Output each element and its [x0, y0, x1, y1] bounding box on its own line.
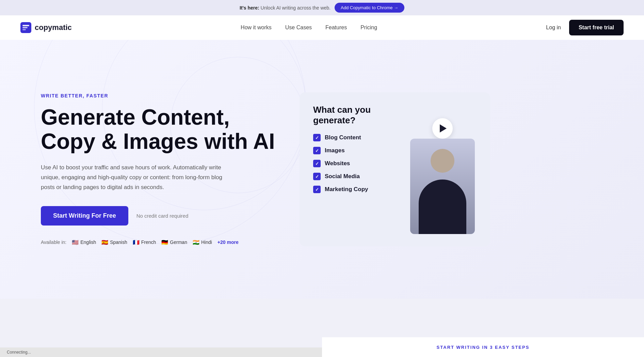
lang-spanish: 🇪🇸 Spanish [101, 239, 127, 246]
hero-section: WRITE BETTER, FASTER Generate Content, C… [0, 40, 644, 299]
flag-english: 🇺🇸 [72, 239, 79, 246]
lang-english: 🇺🇸 English [72, 239, 96, 246]
check-icon-marketing: ✓ [313, 186, 321, 193]
lang-german: 🇩🇪 German [161, 239, 187, 246]
lang-hindi: 🇮🇳 Hindi [193, 239, 212, 246]
hero-right: What can you generate? ✓ Blog Content ✓ … [300, 92, 490, 246]
lang-hindi-label: Hindi [201, 239, 212, 245]
logo-text: copymatic [35, 23, 72, 32]
check-icon-blog: ✓ [313, 134, 321, 141]
banner-prefix: It's here: [240, 5, 259, 11]
nav-actions: Log in Start free trial [546, 20, 624, 35]
checklist: ✓ Blog Content ✓ Images ✓ Websites ✓ Soc… [313, 134, 400, 193]
banner-text: Unlock AI writing across the web. [261, 5, 331, 11]
flag-spanish: 🇪🇸 [101, 239, 108, 246]
logo-icon [20, 22, 31, 33]
no-credit-card-text: No credit card required [136, 213, 189, 219]
bottom-hint-label: START WRITING IN 3 EASY STEPS [437, 345, 530, 350]
svg-rect-2 [22, 27, 28, 28]
checklist-label-blog: Blog Content [325, 134, 361, 141]
checklist-label-marketing: Marketing Copy [325, 186, 368, 193]
hero-cta-row: Start Writing For Free No credit card re… [41, 206, 279, 226]
checklist-item-images: ✓ Images [313, 147, 400, 154]
hero-title: Generate Content, Copy & Images with AI [41, 105, 279, 153]
checklist-item-social: ✓ Social Media [313, 173, 400, 180]
checklist-label-websites: Websites [325, 160, 350, 167]
nav-features[interactable]: Features [325, 25, 347, 30]
nav-links: How it works Use Cases Features Pricing [241, 25, 377, 31]
nav-how-it-works[interactable]: How it works [241, 25, 272, 30]
play-icon [440, 124, 447, 133]
check-icon-social: ✓ [313, 173, 321, 180]
flag-german: 🇩🇪 [161, 239, 168, 246]
top-banner: It's here: Unlock AI writing across the … [0, 0, 644, 15]
lang-spanish-label: Spanish [110, 239, 127, 245]
status-text: Connecting... [7, 350, 31, 355]
check-icon-images: ✓ [313, 147, 321, 154]
lang-german-label: German [170, 239, 187, 245]
person-head [431, 149, 454, 173]
hero-left: WRITE BETTER, FASTER Generate Content, C… [41, 93, 279, 245]
hero-description: Use AI to boost your traffic and save ho… [41, 163, 231, 192]
status-bar: Connecting... [0, 347, 322, 357]
start-trial-button[interactable]: Start free trial [569, 20, 624, 35]
play-button[interactable] [432, 118, 453, 139]
available-in: Available in: 🇺🇸 English 🇪🇸 Spanish 🇫🇷 F… [41, 239, 279, 246]
bottom-section-hint: START WRITING IN 3 EASY STEPS [322, 337, 644, 357]
card-right [408, 105, 477, 234]
person-body [419, 180, 466, 234]
banner-message: It's here: Unlock AI writing across the … [240, 5, 331, 11]
svg-rect-3 [22, 29, 26, 30]
nav-pricing[interactable]: Pricing [360, 25, 377, 30]
person-image [410, 139, 475, 234]
lang-french-label: French [141, 239, 156, 245]
hero-title-line1: Generate Content, [41, 105, 230, 129]
start-writing-button[interactable]: Start Writing For Free [41, 206, 128, 226]
hero-title-line2: Copy & Images with AI [41, 129, 275, 154]
available-label: Available in: [41, 239, 66, 245]
navbar: copymatic How it works Use Cases Feature… [0, 15, 644, 40]
checklist-item-marketing: ✓ Marketing Copy [313, 186, 400, 193]
add-to-chrome-button[interactable]: Add Copymatic to Chrome → [335, 3, 404, 13]
video-card: What can you generate? ✓ Blog Content ✓ … [300, 92, 490, 246]
svg-rect-1 [22, 25, 29, 26]
checklist-item-websites: ✓ Websites [313, 160, 400, 167]
check-icon-websites: ✓ [313, 160, 321, 167]
flag-hindi: 🇮🇳 [193, 239, 199, 246]
checklist-label-social: Social Media [325, 173, 360, 180]
checklist-label-images: Images [325, 147, 345, 154]
login-link[interactable]: Log in [546, 25, 561, 31]
more-languages: +20 more [218, 239, 239, 245]
card-content: What can you generate? ✓ Blog Content ✓ … [313, 105, 400, 193]
nav-use-cases[interactable]: Use Cases [285, 25, 312, 30]
flag-french: 🇫🇷 [133, 239, 140, 246]
lang-english-label: English [80, 239, 96, 245]
hero-eyebrow: WRITE BETTER, FASTER [41, 93, 279, 98]
card-title: What can you generate? [313, 105, 400, 126]
checklist-item-blog: ✓ Blog Content [313, 134, 400, 141]
logo[interactable]: copymatic [20, 22, 72, 33]
lang-french: 🇫🇷 French [133, 239, 156, 246]
